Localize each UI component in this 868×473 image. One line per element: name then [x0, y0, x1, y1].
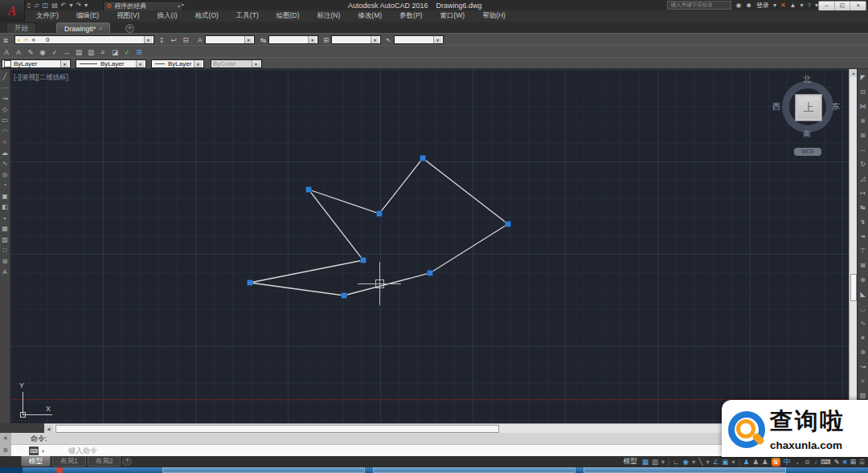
- dimension-style-icon[interactable]: ↹: [260, 36, 266, 44]
- scale[interactable]: ◿: [858, 172, 868, 186]
- annotation-autoscale[interactable]: ♟: [752, 458, 759, 466]
- text-style-dropdown[interactable]: ▾: [205, 35, 255, 44]
- object-snap[interactable]: ∠: [713, 458, 719, 466]
- scroll-left-arrow[interactable]: ◀: [44, 425, 53, 433]
- layer-states[interactable]: ⊟: [182, 36, 190, 44]
- grip[interactable]: [420, 156, 426, 161]
- extend[interactable]: ↠: [858, 230, 868, 244]
- mtext[interactable]: A: [0, 267, 10, 278]
- minimize-button[interactable]: –: [819, 2, 835, 10]
- grip[interactable]: [377, 211, 383, 217]
- snap-dropdown[interactable]: ▾: [661, 458, 665, 466]
- new-tab-button[interactable]: +: [125, 24, 134, 33]
- multileader-style-dropdown[interactable]: ▾: [394, 35, 444, 44]
- menu-modify[interactable]: 修改(M): [349, 11, 391, 21]
- copy[interactable]: ⊡: [858, 85, 868, 100]
- taskbar-window-button[interactable]: [162, 467, 365, 473]
- isodraft[interactable]: ╲: [698, 458, 702, 466]
- dimension-style-dropdown[interactable]: ▾: [268, 35, 318, 44]
- region[interactable]: □: [0, 245, 10, 256]
- autodesk-exchange[interactable]: ✕: [780, 2, 786, 9]
- array[interactable]: ⊞: [858, 128, 868, 143]
- menu-view[interactable]: 视图(V): [108, 11, 148, 21]
- erase[interactable]: ◤: [858, 71, 868, 85]
- ellipse-arc[interactable]: ◔: [0, 180, 10, 191]
- ime-punctuation[interactable]: ，: [794, 457, 801, 467]
- grid-display[interactable]: ▦: [642, 458, 649, 466]
- signin-dropdown[interactable]: ▾: [773, 2, 776, 9]
- grip[interactable]: [428, 271, 433, 276]
- menu-draw[interactable]: 绘图(D): [268, 11, 309, 21]
- break[interactable]: ⊠: [858, 259, 868, 273]
- viewcube-east-label[interactable]: 东: [832, 101, 840, 112]
- ortho-mode[interactable]: ∟: [673, 458, 679, 466]
- table-style-icon[interactable]: ⊞: [323, 36, 329, 44]
- single-line-text[interactable]: A: [14, 48, 23, 56]
- start-button[interactable]: [0, 467, 23, 473]
- table-style-dropdown[interactable]: ▾: [331, 35, 381, 44]
- layer-previous[interactable]: ↩: [170, 36, 178, 44]
- menu-format[interactable]: 格式(O): [186, 11, 227, 21]
- text-frame[interactable]: ▥: [87, 48, 95, 56]
- open-file[interactable]: ▱: [34, 2, 39, 9]
- separator[interactable]: |: [668, 458, 669, 466]
- offset[interactable]: ≋: [858, 114, 868, 128]
- layout-tab-new[interactable]: +: [122, 457, 132, 466]
- circle[interactable]: ○: [0, 137, 10, 148]
- edit-text[interactable]: ✎: [27, 48, 35, 56]
- snap-mode[interactable]: ▥: [652, 458, 658, 466]
- ime-skin[interactable]: ■: [843, 458, 847, 466]
- undo-dropdown[interactable]: ▾: [69, 2, 72, 9]
- text-scale[interactable]: ↔: [63, 48, 71, 56]
- new-file[interactable]: ▯: [27, 2, 31, 9]
- drawing-canvas[interactable]: [-][俯视][二维线框] Y X 上 北 南 西 东 WCS: [10, 69, 849, 423]
- viewcube-south-label[interactable]: 南: [803, 128, 811, 140]
- layer-properties-manager[interactable]: ≣: [2, 36, 10, 44]
- edit-polyline[interactable]: ↝: [858, 360, 868, 374]
- menu-help[interactable]: 帮助(H): [473, 11, 514, 21]
- spline[interactable]: ∿: [0, 158, 10, 169]
- point[interactable]: •: [0, 213, 10, 224]
- menu-insert[interactable]: 插入(I): [149, 11, 186, 21]
- multiline-text[interactable]: A: [2, 48, 10, 56]
- menu-parametric[interactable]: 参数(P): [391, 11, 431, 21]
- viewcube-top-face[interactable]: 上: [795, 94, 822, 121]
- grip[interactable]: [506, 222, 511, 227]
- menu-dimension[interactable]: 标注(N): [309, 11, 350, 21]
- taskbar-window-button[interactable]: [583, 467, 786, 473]
- text-justify[interactable]: ▤: [75, 48, 83, 56]
- arc[interactable]: ◠: [0, 126, 10, 137]
- autocad-logo-icon[interactable]: A: [0, 0, 25, 22]
- horizontal-scroll-thumb[interactable]: [55, 425, 499, 433]
- line[interactable]: ╱: [0, 71, 10, 83]
- menu-edit[interactable]: 编辑(E): [68, 11, 108, 21]
- redo-dropdown[interactable]: ▾: [84, 2, 88, 9]
- close-button[interactable]: ×: [850, 2, 866, 10]
- ime-language-toggle[interactable]: 中: [784, 457, 791, 467]
- separator[interactable]: |: [739, 458, 740, 466]
- vertical-scroll-thumb[interactable]: [850, 274, 857, 301]
- ime-mic[interactable]: ♪: [814, 458, 817, 466]
- quick-check[interactable]: ✓: [123, 48, 131, 56]
- command-wrench-icon[interactable]: ⚙: [3, 447, 8, 454]
- text-style-icon[interactable]: A: [198, 36, 203, 44]
- viewcube-west-label[interactable]: 西: [772, 101, 780, 112]
- layout-tab-layout1[interactable]: 布局1: [52, 456, 86, 467]
- annotation-visibility[interactable]: ♟: [743, 458, 750, 466]
- lineweight-dropdown[interactable]: ByLayer ▾: [151, 59, 204, 68]
- construction-line[interactable]: ⋯: [0, 83, 10, 94]
- tab-close-icon[interactable]: ×: [99, 26, 102, 31]
- save[interactable]: ◫: [43, 2, 49, 9]
- polygon[interactable]: ◇: [0, 104, 10, 116]
- ime-emoji[interactable]: ☺: [804, 458, 811, 466]
- rectangle[interactable]: ▭: [0, 115, 10, 126]
- ime-keyboard[interactable]: ⌨: [821, 458, 830, 466]
- undo[interactable]: ↶: [61, 2, 67, 9]
- multileader-style-icon[interactable]: ↖: [386, 36, 391, 44]
- explode[interactable]: ∗: [858, 331, 868, 345]
- polar-dropdown[interactable]: ▾: [692, 458, 695, 466]
- wcs-button[interactable]: WCS: [794, 148, 821, 156]
- grip[interactable]: [306, 187, 312, 193]
- mirror[interactable]: ⋈: [858, 100, 868, 114]
- sogou-ime-icon[interactable]: S: [772, 458, 780, 467]
